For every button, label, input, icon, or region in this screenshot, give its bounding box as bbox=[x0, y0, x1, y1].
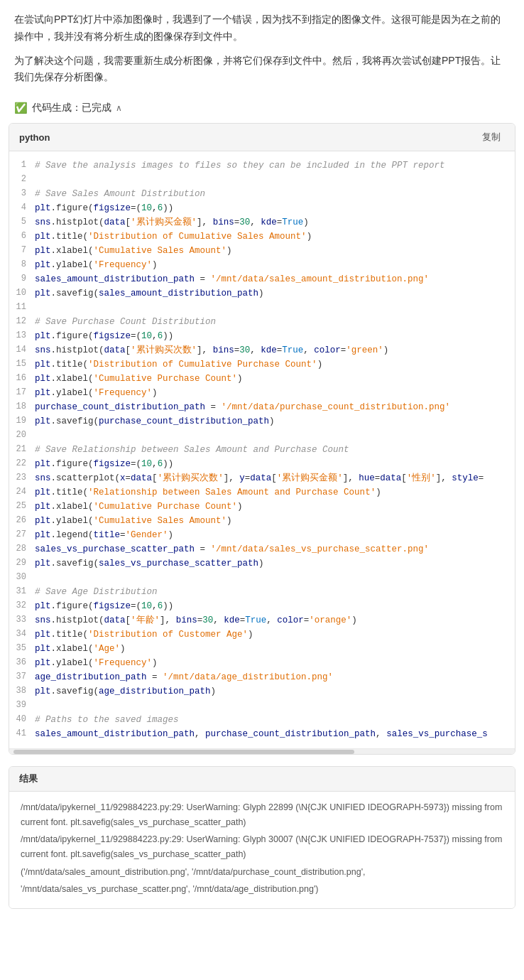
code-line: 9 sales_amount_distribution_path = '/mnt… bbox=[9, 272, 515, 286]
code-line: 17 plt.ylabel('Frequency') bbox=[9, 386, 515, 400]
code-line: 11 bbox=[9, 301, 515, 315]
code-line: 28 sales_vs_purchase_scatter_path = '/mn… bbox=[9, 542, 515, 556]
code-line: 20 bbox=[9, 429, 515, 443]
code-line: 6 plt.title('Distribution of Cumulative … bbox=[9, 230, 515, 244]
code-line: 1 # Save the analysis images to files so… bbox=[9, 158, 515, 173]
code-line: 37 age_distribution_path = '/mnt/data/ag… bbox=[9, 670, 515, 684]
result-line-3: ('/mnt/data/sales_amount_distribution.pn… bbox=[21, 865, 503, 880]
code-line: 40 # Paths to the saved images bbox=[9, 713, 515, 727]
code-line: 32 plt.figure(figsize=(10,6)) bbox=[9, 599, 515, 613]
code-line: 30 bbox=[9, 571, 515, 585]
code-line: 35 plt.xlabel('Age') bbox=[9, 642, 515, 656]
code-line: 41 sales_amount_distribution_path, purch… bbox=[9, 727, 515, 741]
result-line-4: '/mnt/data/sales_vs_purchase_scatter.png… bbox=[21, 882, 503, 897]
scrollbar-thumb[interactable] bbox=[13, 750, 354, 754]
code-line: 34 plt.title('Distribution of Customer A… bbox=[9, 628, 515, 642]
code-line: 31 # Save Age Distribution bbox=[9, 585, 515, 599]
results-body: /mnt/data/ipykernel_11/929884223.py:29: … bbox=[9, 792, 515, 908]
code-line: 18 purchase_count_distribution_path = '/… bbox=[9, 400, 515, 414]
code-line: 13 plt.figure(figsize=(10,6)) bbox=[9, 329, 515, 343]
copy-button[interactable]: 复制 bbox=[478, 129, 505, 145]
code-line: 5 sns.histplot(data['累计购买金额'], bins=30, … bbox=[9, 215, 515, 230]
code-line: 15 plt.title('Distribution of Cumulative… bbox=[9, 357, 515, 372]
code-line: 26 plt.ylabel('Cumulative Sales Amount') bbox=[9, 514, 515, 528]
code-line: 25 plt.xlabel('Cumulative Purchase Count… bbox=[9, 500, 515, 514]
code-body: 1 # Save the analysis images to files so… bbox=[9, 151, 515, 748]
chevron-up-icon[interactable]: ∧ bbox=[116, 103, 122, 113]
code-line: 8 plt.ylabel('Frequency') bbox=[9, 258, 515, 272]
code-line: 24 plt.title('Relationship between Sales… bbox=[9, 485, 515, 500]
code-line: 2 bbox=[9, 173, 515, 187]
intro-para2: 为了解决这个问题，我需要重新生成分析图像，并将它们保存到文件中。然后，我将再次尝… bbox=[14, 53, 510, 87]
code-line: 10 plt.savefig(sales_amount_distribution… bbox=[9, 286, 515, 301]
code-line: 21 # Save Relationship between Sales Amo… bbox=[9, 443, 515, 457]
code-line: 27 plt.legend(title='Gender') bbox=[9, 528, 515, 542]
code-line: 36 plt.ylabel('Frequency') bbox=[9, 656, 515, 670]
code-line: 33 sns.histplot(data['年龄'], bins=30, kde… bbox=[9, 613, 515, 628]
code-line: 4 plt.figure(figsize=(10,6)) bbox=[9, 201, 515, 215]
code-line: 22 plt.figure(figsize=(10,6)) bbox=[9, 457, 515, 471]
code-line: 38 plt.savefig(age_distribution_path) bbox=[9, 684, 515, 699]
code-line: 7 plt.xlabel('Cumulative Sales Amount') bbox=[9, 244, 515, 258]
code-line: 29 plt.savefig(sales_vs_purchase_scatter… bbox=[9, 556, 515, 571]
result-line-2: /mnt/data/ipykernel_11/929884223.py:29: … bbox=[21, 832, 503, 861]
code-line: 39 bbox=[9, 699, 515, 713]
code-scrollbar[interactable] bbox=[9, 748, 515, 754]
intro-para1: 在尝试向PPT幻灯片中添加图像时，我遇到了一个错误，因为找不到指定的图像文件。这… bbox=[14, 11, 510, 45]
code-header: python 复制 bbox=[9, 124, 515, 151]
check-icon: ✅ bbox=[14, 102, 28, 114]
code-line: 3 # Save Sales Amount Distribution bbox=[9, 187, 515, 201]
completion-text: 代码生成：已完成 bbox=[32, 102, 111, 114]
code-line: 23 sns.scatterplot(x=data['累计购买次数'], y=d… bbox=[9, 471, 515, 485]
result-line-1: /mnt/data/ipykernel_11/929884223.py:29: … bbox=[21, 800, 503, 829]
code-line: 12 # Save Purchase Count Distribution bbox=[9, 315, 515, 329]
intro-section: 在尝试向PPT幻灯片中添加图像时，我遇到了一个错误，因为找不到指定的图像文件。这… bbox=[0, 0, 524, 99]
code-line: 19 plt.savefig(purchase_count_distributi… bbox=[9, 414, 515, 429]
completion-line: ✅ 代码生成：已完成 ∧ bbox=[0, 99, 524, 123]
code-line: 14 sns.histplot(data['累计购买次数'], bins=30,… bbox=[9, 343, 515, 357]
results-header: 结果 bbox=[9, 767, 515, 792]
code-language: python bbox=[19, 132, 50, 143]
code-line: 16 plt.xlabel('Cumulative Purchase Count… bbox=[9, 372, 515, 386]
results-block: 结果 /mnt/data/ipykernel_11/929884223.py:2… bbox=[9, 766, 515, 909]
code-block: python 复制 1 # Save the analysis images t… bbox=[9, 123, 515, 755]
